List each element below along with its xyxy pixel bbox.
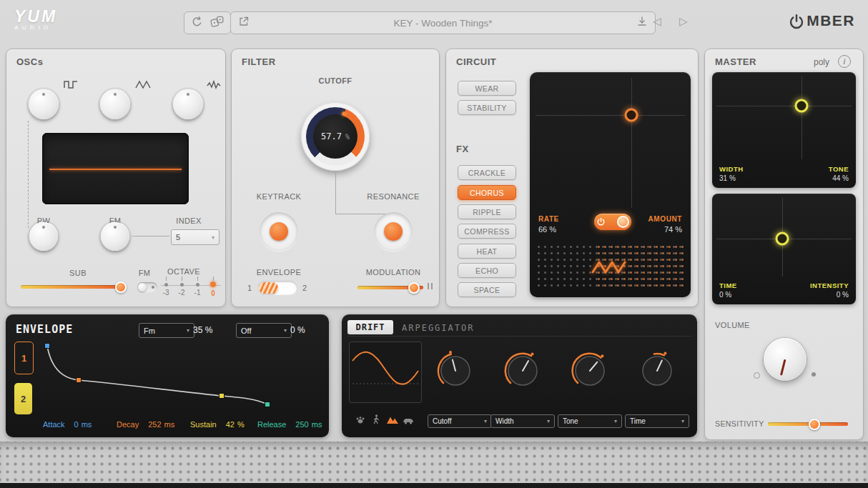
env-option-2[interactable]: 2 [302, 284, 307, 292]
tab-arpeggiator[interactable]: ARPEGGIATOR [402, 323, 474, 333]
sustain-node[interactable] [220, 394, 225, 399]
attack-value[interactable]: 0 [74, 420, 79, 429]
slider-handle[interactable] [115, 282, 127, 293]
mod1-amount[interactable]: 35 % [193, 325, 212, 335]
preset-name[interactable]: KEY - Wooden Things* [250, 18, 636, 29]
fx-button-chorus[interactable]: CHORUS [458, 185, 516, 200]
circuit-xy-handle[interactable] [625, 109, 638, 122]
chorus-power-toggle[interactable] [594, 214, 631, 230]
octave-step-minus1[interactable]: -1 [189, 277, 205, 297]
attack-node[interactable] [45, 344, 50, 349]
keytrack-knob[interactable] [260, 212, 298, 251]
mod2-amount[interactable]: 0 % [290, 325, 305, 335]
drift-target-select-2[interactable]: Width ▾ [490, 414, 555, 428]
octave-step-minus3[interactable]: -3 [158, 277, 174, 297]
car-icon[interactable] [402, 415, 415, 428]
drift-target-select-4[interactable]: Time ▾ [625, 414, 689, 428]
decay-node[interactable] [77, 378, 82, 383]
octave-selector[interactable]: -3 -2 -1 0 [158, 277, 221, 297]
fx-button-compress[interactable]: COMPRESS [458, 224, 516, 239]
undo-random-group [184, 11, 231, 34]
width-tone-handle[interactable] [795, 99, 809, 113]
save-icon[interactable] [636, 16, 648, 30]
width-tone-pad[interactable]: WIDTH 31 % TONE 44 % [712, 72, 856, 188]
tab-divider [347, 336, 691, 337]
select-value: Time [630, 417, 646, 425]
prev-preset-button[interactable]: ◁ [653, 15, 661, 28]
voice-mode-label[interactable]: poly [814, 57, 829, 67]
fx-button-ripple[interactable]: RIPPLE [458, 204, 516, 219]
circuit-display: RATE 66 % AMOUNT 74 % [530, 72, 691, 297]
chevron-down-icon: ▾ [187, 327, 189, 334]
bottom-edge [0, 483, 868, 488]
dice-icon[interactable] [210, 16, 224, 31]
decay-value[interactable]: 252 [148, 420, 161, 429]
pw-knob[interactable] [29, 222, 58, 251]
mod1-target-select[interactable]: Fm ▾ [139, 323, 194, 338]
knob-indicator [187, 93, 189, 96]
octave-step-0[interactable]: 0 [205, 277, 221, 297]
octave-dot[interactable] [196, 283, 199, 287]
fx-button-crackle[interactable]: CRACKLE [458, 165, 516, 180]
index-select[interactable]: 5 ▾ [171, 229, 220, 245]
osc-connector-line [28, 121, 29, 228]
circuit-panel: CIRCUIT WEAR STABILITY FX CRACKLE CHORUS… [445, 49, 699, 307]
sub-slider[interactable] [21, 285, 125, 289]
width-label: WIDTH [719, 165, 744, 173]
octave-dot[interactable] [164, 283, 168, 287]
octave-dot[interactable] [210, 282, 216, 287]
walker-icon[interactable] [370, 414, 382, 428]
envelope-curve-display[interactable] [37, 339, 325, 414]
time-intensity-handle[interactable] [776, 232, 789, 246]
release-node[interactable] [265, 402, 270, 407]
envelope-tab-1[interactable]: 1 [14, 342, 34, 374]
stability-button[interactable]: STABILITY [458, 100, 516, 115]
info-icon[interactable]: i [838, 55, 851, 68]
slider-handle[interactable] [408, 282, 420, 294]
drift-knob-4[interactable] [637, 349, 677, 389]
drift-target-select-3[interactable]: Tone ▾ [558, 414, 622, 428]
toggle-handle[interactable] [259, 282, 278, 294]
next-preset-button[interactable]: ▷ [679, 15, 688, 28]
chevron-down-icon: ▾ [547, 418, 550, 424]
fx-button-echo[interactable]: ECHO [458, 263, 516, 278]
resonance-knob[interactable] [374, 212, 413, 251]
mod2-target-select[interactable]: Off ▾ [236, 323, 292, 338]
env-option-1[interactable]: 1 [247, 284, 252, 292]
drift-target-select-1[interactable]: Cutoff ▾ [428, 414, 492, 428]
envelope-tab-2[interactable]: 2 [14, 383, 32, 414]
noise-wave-icon [207, 79, 222, 92]
preset-browser-bar[interactable]: KEY - Wooden Things* [230, 11, 656, 34]
octave-step-minus2[interactable]: -2 [174, 277, 189, 297]
envelope-select-toggle[interactable] [257, 281, 297, 295]
osc2-knob[interactable] [100, 89, 130, 119]
osc3-knob[interactable] [173, 89, 203, 119]
osc1-knob[interactable] [29, 89, 59, 119]
tab-drift[interactable]: DRIFT [347, 320, 393, 334]
wear-button[interactable]: WEAR [458, 81, 516, 96]
toggle-handle[interactable] [617, 216, 629, 228]
toggle-handle[interactable] [138, 283, 147, 292]
cutoff-knob[interactable]: 57.7 % [301, 102, 370, 171]
release-value[interactable]: 250 [295, 420, 308, 429]
drift-knob-1[interactable] [435, 349, 475, 389]
triangle-wave-icon [135, 79, 151, 92]
export-icon[interactable] [238, 16, 250, 30]
knob-indicator [114, 93, 117, 96]
octave-dot[interactable] [180, 283, 184, 287]
fm-amount-knob[interactable] [101, 222, 129, 251]
time-intensity-pad[interactable]: TIME 0 % INTENSITY 0 % [712, 194, 856, 304]
mountains-icon[interactable] [386, 414, 399, 427]
sustain-value[interactable]: 42 [226, 420, 235, 429]
drift-knob-2[interactable] [503, 349, 543, 389]
fm-switch[interactable] [137, 282, 157, 292]
slider-handle[interactable] [809, 419, 820, 430]
paw-icon[interactable] [355, 414, 366, 428]
modulation-slider[interactable] [357, 286, 423, 289]
drift-knob-3[interactable] [570, 349, 610, 389]
fx-button-heat[interactable]: HEAT [458, 244, 516, 259]
undo-icon[interactable] [191, 16, 203, 31]
volume-knob[interactable] [764, 338, 807, 381]
sensitivity-slider[interactable] [768, 422, 848, 426]
fx-button-space[interactable]: SPACE [458, 282, 516, 297]
